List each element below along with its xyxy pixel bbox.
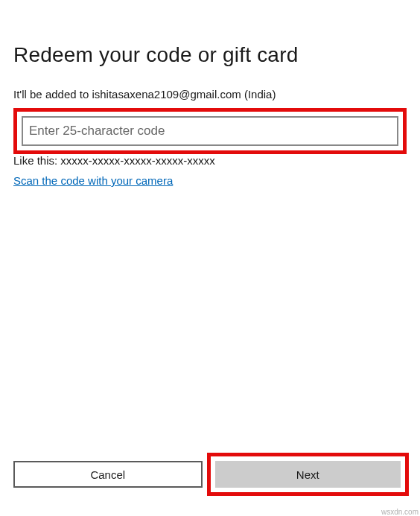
code-input[interactable] (22, 116, 398, 146)
cancel-button[interactable]: Cancel (13, 461, 203, 488)
next-highlight-box: Next (207, 453, 410, 496)
page-title: Redeem your code or gift card (13, 43, 407, 67)
next-button[interactable]: Next (215, 461, 401, 488)
redeem-container: Redeem your code or gift card It'll be a… (0, 0, 420, 188)
format-hint: Like this: xxxxx-xxxxx-xxxxx-xxxxx-xxxxx (13, 154, 407, 167)
input-highlight-box (13, 108, 407, 154)
button-row: Cancel Next (13, 461, 407, 488)
watermark: wsxdn.com (381, 508, 419, 516)
account-subtitle: It'll be added to ishitasaxena2109@gmail… (13, 88, 407, 101)
scan-camera-link[interactable]: Scan the code with your camera (13, 174, 173, 187)
